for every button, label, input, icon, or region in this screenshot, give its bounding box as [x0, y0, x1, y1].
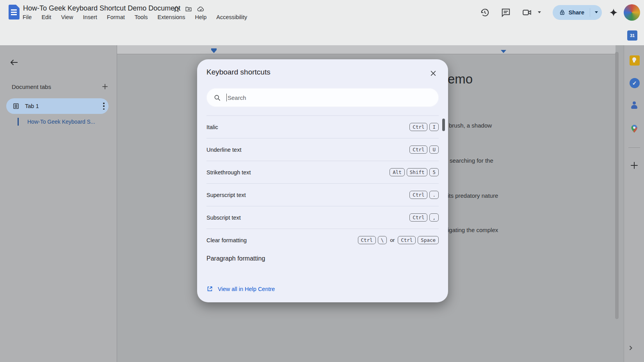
- shortcut-label: Superscript text: [206, 192, 246, 198]
- heading-link-label: How-To Geek Keyboard S...: [27, 119, 95, 125]
- shortcut-keys: Ctrl,: [409, 213, 439, 222]
- workspace-side-panel: ✓: [624, 45, 644, 362]
- move-folder-icon[interactable]: [185, 5, 192, 14]
- comments-icon[interactable]: [501, 7, 511, 18]
- document-title[interactable]: How-To Geek Keyboard Shortcut Demo Docum…: [23, 4, 180, 12]
- shortcut-label: Clear formatting: [206, 237, 247, 243]
- menu-accessibility[interactable]: Accessibility: [216, 14, 247, 20]
- keycap: Ctrl: [358, 236, 376, 244]
- shortcut-row: ItalicCtrlI: [206, 115, 439, 138]
- keycap: Shift: [407, 168, 428, 176]
- menu-view[interactable]: View: [61, 14, 73, 20]
- account-avatar[interactable]: [624, 4, 640, 21]
- shortcut-keys: CtrlI: [409, 123, 439, 131]
- dialog-title: Keyboard shortcuts: [206, 68, 270, 76]
- shortcut-label: Strikethrough text: [206, 169, 251, 176]
- video-call-caret-icon[interactable]: [538, 11, 541, 13]
- google-docs-app: How-To Geek Keyboard Shortcut Demo Docum…: [0, 0, 644, 362]
- tab-options-icon[interactable]: [103, 103, 105, 110]
- sidebar-item-heading-link[interactable]: How-To Geek Keyboard S...: [18, 118, 95, 126]
- get-addons-icon[interactable]: [630, 161, 639, 170]
- tab-label: Tab 1: [25, 103, 103, 109]
- keycap: Ctrl: [409, 191, 427, 199]
- cloud-saved-icon[interactable]: [197, 5, 205, 14]
- hide-side-panel-icon[interactable]: [627, 344, 635, 352]
- shortcut-keys: Ctrl\orCtrlSpace: [358, 236, 439, 244]
- version-history-icon[interactable]: [480, 7, 490, 18]
- title-action-icons: [173, 5, 205, 14]
- keycap: Space: [418, 236, 439, 244]
- lock-icon: [559, 9, 566, 16]
- keyboard-shortcuts-dialog: Keyboard shortcuts ItalicCtrlIUnderline …: [197, 59, 448, 302]
- keycap: 5: [429, 168, 439, 176]
- keycap: Ctrl: [409, 123, 427, 131]
- star-icon[interactable]: [173, 5, 180, 14]
- menu-insert[interactable]: Insert: [83, 14, 97, 20]
- keycap: Alt: [390, 168, 405, 176]
- header-right: Share: [480, 0, 644, 25]
- help-centre-link[interactable]: View all in Help Centre: [206, 286, 275, 292]
- document-text-fragment: searching for the: [450, 157, 493, 164]
- search-input[interactable]: [227, 94, 423, 101]
- menu-bar: FileEditViewInsertFormatToolsExtensionsH…: [23, 14, 247, 20]
- left-indent-marker[interactable]: [211, 50, 217, 53]
- menu-tools[interactable]: Tools: [135, 14, 148, 20]
- keycap: I: [429, 123, 439, 131]
- tasks-icon[interactable]: ✓: [630, 78, 639, 87]
- shortcut-row: Subscript textCtrl,: [206, 206, 439, 229]
- keycap: Ctrl: [398, 236, 416, 244]
- back-arrow-icon[interactable]: [9, 58, 19, 67]
- or-text: or: [390, 237, 395, 243]
- search-icon: [213, 94, 221, 101]
- sidebar-title: Document tabs: [12, 83, 51, 90]
- share-caret-icon[interactable]: [595, 11, 598, 13]
- shortcut-label: Italic: [206, 124, 218, 130]
- menu-file[interactable]: File: [23, 14, 32, 20]
- gemini-spark-icon[interactable]: [609, 8, 618, 17]
- keep-icon[interactable]: [630, 55, 639, 65]
- contacts-icon[interactable]: [630, 101, 639, 110]
- shortcut-label: Underline text: [206, 147, 241, 153]
- document-scrollbar[interactable]: [615, 52, 619, 319]
- right-indent-marker[interactable]: [501, 50, 506, 53]
- keycap: \: [378, 236, 387, 244]
- shortcut-search-bar[interactable]: [206, 88, 439, 107]
- document-text-fragment: brush, a shadow: [449, 122, 492, 129]
- shortcut-keys: AltShift5: [390, 168, 439, 176]
- document-heading-fragment: emo: [448, 72, 473, 87]
- section-header: Paragraph formatting: [206, 255, 265, 262]
- menu-format[interactable]: Format: [107, 14, 125, 20]
- menu-edit[interactable]: Edit: [41, 14, 51, 20]
- help-centre-link-label: View all in Help Centre: [218, 286, 275, 292]
- document-text-fragment: its predatory nature: [448, 192, 498, 199]
- shortcut-list: ItalicCtrlIUnderline textCtrlUStrikethro…: [206, 115, 439, 251]
- menu-help[interactable]: Help: [195, 14, 207, 20]
- side-panel-divider: [628, 147, 640, 148]
- dialog-scrollbar[interactable]: [442, 119, 445, 131]
- docs-logo[interactable]: [9, 5, 20, 20]
- ruler: [117, 45, 616, 54]
- video-call-icon[interactable]: [522, 7, 532, 18]
- external-link-icon: [206, 286, 213, 292]
- keycap: U: [429, 146, 439, 154]
- shortcut-keys: CtrlU: [409, 146, 439, 154]
- keycap: ,: [429, 213, 439, 222]
- sidebar-item-tab1[interactable]: Tab 1: [6, 98, 109, 114]
- share-button[interactable]: Share: [553, 5, 602, 20]
- menu-extensions[interactable]: Extensions: [158, 14, 185, 20]
- active-heading-bar: [18, 118, 19, 126]
- maps-icon[interactable]: [630, 124, 639, 133]
- tab-document-icon: [12, 103, 20, 110]
- shortcut-row: Strikethrough textAltShift5: [206, 161, 439, 183]
- document-tabs-sidebar: Document tabs Tab 1 How-To Geek Keyboard…: [0, 45, 117, 362]
- calendar-icon[interactable]: 31: [627, 30, 637, 41]
- keycap: Ctrl: [409, 213, 427, 222]
- add-tab-icon[interactable]: [101, 83, 109, 90]
- shortcut-row: Underline textCtrlU: [206, 138, 439, 161]
- keycap: .: [429, 191, 439, 199]
- share-button-label: Share: [569, 9, 584, 16]
- app-header: How-To Geek Keyboard Shortcut Demo Docum…: [0, 0, 644, 45]
- close-icon[interactable]: [429, 69, 437, 77]
- share-divider: [590, 8, 590, 17]
- shortcut-keys: Ctrl.: [409, 191, 439, 199]
